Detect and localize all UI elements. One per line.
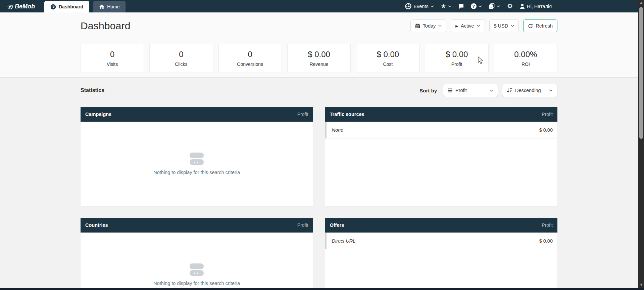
row-name: None [332,127,344,133]
chevron-down-icon [479,5,482,7]
stat-card-visits: 0 Visits [81,44,144,72]
empty-state: Nothing to display for this search crite… [81,122,313,206]
stat-card-conversions: 0 Conversions [218,44,282,72]
panel-metric-label: Profit [542,222,553,228]
stat-card-revenue: $ 0.00 Revenue [287,44,351,72]
sort-direction-value: Descending [515,88,541,93]
events-label: Events [413,4,428,9]
bemob-logo-text: BeMob [15,3,35,10]
panel-title: Campaigns [85,112,111,117]
topbar: BeMob Dashboard Home [0,0,638,12]
panel-metric-label: Profit [297,222,308,228]
page-header: Dashboard Today [0,12,638,78]
chevron-down-icon [448,5,451,7]
events-menu[interactable]: Events [405,3,434,9]
scroll-down-arrow-icon[interactable] [640,284,643,286]
date-range-button[interactable]: Today [410,19,447,32]
stat-label: ROI [522,61,530,67]
refresh-label: Refresh [536,23,553,29]
stat-value: 0 [248,50,252,59]
panel-metric-label: Profit [542,112,553,117]
bemob-logo-icon [7,4,13,9]
calendar-icon [415,24,420,29]
chevron-down-icon [497,5,500,7]
panel-header: Countries Profit [81,218,313,233]
empty-state-text: Nothing to display for this search crite… [153,170,240,175]
stat-card-clicks: 0 Clicks [149,44,213,72]
panel-title: Countries [85,222,108,228]
panel-metric-label: Profit [297,112,308,117]
bemob-logo[interactable]: BeMob [7,3,35,10]
refresh-icon [528,24,533,29]
tab-home[interactable]: Home [93,1,126,12]
status-filter-label: Active [461,23,474,29]
user-menu[interactable]: Hi, Наталія [520,4,552,9]
table-row: Direct URL $ 0.00 [325,233,558,249]
vertical-scrollbar[interactable] [638,0,644,290]
panel-title: Traffic sources [330,112,364,117]
page-title: Dashboard [81,20,131,32]
statistics-section: Statistics Sort by Profit [0,78,638,290]
help-menu[interactable]: ? [471,3,482,9]
empty-state: Nothing to display for this search crite… [81,233,313,290]
stat-card-cost: $ 0.00 Cost [356,44,419,72]
help-icon: ? [471,3,477,9]
chevron-down-icon [549,89,553,92]
chevron-down-icon [477,25,480,27]
apps-menu[interactable] [489,3,500,9]
table-row: None $ 0.00 [325,122,558,138]
stat-label: Profit [451,61,462,67]
scroll-up-arrow-icon[interactable] [640,2,643,4]
currency-button[interactable]: $ USD [489,19,519,32]
chevron-down-icon [511,25,514,27]
settings-button[interactable]: ⚙ [507,3,513,9]
tab-dashboard[interactable]: Dashboard [44,1,89,12]
user-icon [520,4,525,9]
dashboard-gauge-icon [50,4,56,10]
stat-label: Cost [383,61,393,67]
menu-lines-icon [448,88,452,92]
events-icon [405,3,411,9]
panel-header: Campaigns Profit [81,107,313,122]
sort-field-dropdown[interactable]: Profit [443,84,498,97]
stat-label: Clicks [175,61,187,67]
row-name: Direct URL [332,238,356,244]
empty-database-icon [190,263,204,276]
stat-card-profit: $ 0.00 Profit [425,44,488,72]
user-greeting: Hi, Наталія [527,4,552,9]
toolbar: Today ▶ Active $ USD [410,19,557,32]
star-icon: ★ [441,3,446,9]
stat-value: $ 0.00 [377,50,399,59]
sort-direction-dropdown[interactable]: Descending [502,84,557,97]
empty-database-icon [190,153,204,165]
stat-value: 0 [110,50,114,59]
feedback-button[interactable] [458,4,464,9]
chevron-down-icon [438,25,442,27]
topbar-right: Events ★ ? [405,0,552,12]
refresh-button[interactable]: Refresh [523,19,557,32]
sort-field-value: Profit [455,88,467,93]
stat-value: $ 0.00 [446,50,468,59]
tab-home-label: Home [107,4,119,9]
panel-offers: Offers Profit Direct URL $ 0.00 [325,218,558,290]
statistics-title: Statistics [81,87,104,93]
stat-label: Revenue [309,61,328,67]
row-value: $ 0.00 [539,127,553,133]
chevron-down-icon [490,89,493,92]
play-icon: ▶ [455,24,458,28]
window-bottom-edge [0,288,644,290]
stat-label: Conversions [237,61,263,67]
chat-bubble-icon [458,4,464,9]
favorites-menu[interactable]: ★ [441,3,451,9]
chevron-down-icon [431,5,434,7]
stat-card-roi: 0.00% ROI [494,44,557,72]
status-filter-button[interactable]: ▶ Active [451,19,485,32]
stats-cards-row: 0 Visits 0 Clicks 0 Conversions $ 0.00 R… [81,44,557,72]
panel-header: Traffic sources Profit [325,107,558,122]
currency-label: $ USD [494,23,508,29]
scrollbar-thumb[interactable] [639,7,643,139]
stat-value: $ 0.00 [308,50,330,59]
panel-traffic-sources: Traffic sources Profit None $ 0.00 [325,107,558,206]
panel-grid: Campaigns Profit Nothing to display for … [81,107,557,290]
stat-label: Visits [107,61,118,67]
